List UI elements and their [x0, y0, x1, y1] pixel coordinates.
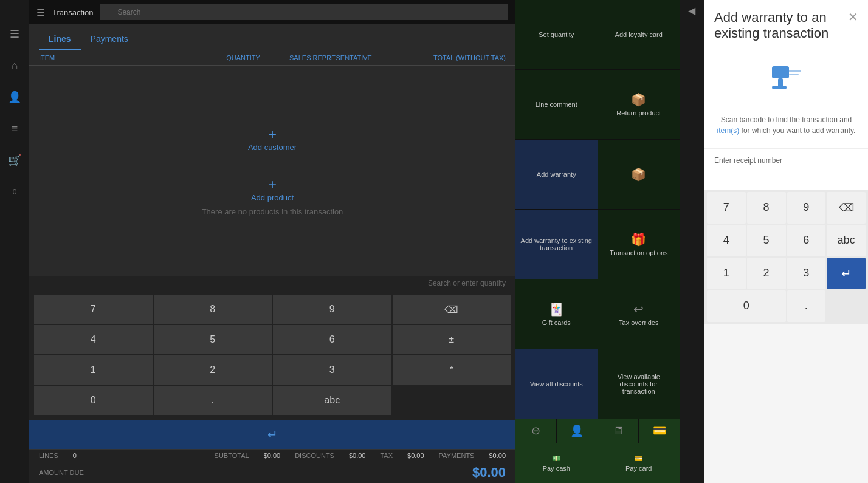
flyout-numpad-dot[interactable]: . [787, 290, 826, 322]
numpad-plusminus[interactable]: ± [393, 325, 511, 354]
flyout-numpad-2[interactable]: 2 [747, 258, 786, 289]
flyout-close-button[interactable]: ✕ [848, 10, 858, 24]
add-loyalty-card-label: Add loyalty card [615, 31, 663, 38]
sidebar-cart-icon[interactable]: 🛒 [5, 151, 24, 170]
col-total-header: TOTAL (WITHOUT TAX) [389, 54, 506, 61]
items-link[interactable]: item(s) [717, 126, 740, 135]
view-all-discounts-button[interactable]: View all discounts [515, 349, 598, 419]
flyout-numpad-enter[interactable]: ↵ [827, 258, 866, 289]
pay-cash-button[interactable]: 💵 Pay cash [515, 443, 598, 483]
line-comment-label: Line comment [536, 101, 577, 108]
add-customer-button[interactable]: + Add customer [248, 126, 297, 152]
numpad-9[interactable]: 9 [273, 295, 391, 324]
topbar-menu-icon[interactable]: ☰ [36, 7, 45, 18]
pay-card-label: Pay card [625, 465, 652, 472]
enter-button[interactable]: ↵ [29, 420, 515, 449]
numpad-abc[interactable]: abc [273, 386, 391, 415]
receipt-input[interactable] [714, 167, 858, 182]
columns-header: ITEM QUANTITY SALES REPRESENTATIVE TOTAL… [29, 50, 515, 66]
flyout-header: Add warranty to an existing transaction … [704, 0, 868, 47]
transaction-body: + Add customer + Add product There are n… [29, 66, 515, 276]
pay-card-button[interactable]: 💳 Pay card [598, 443, 680, 483]
tax-overrides-icon: ↩ [633, 302, 644, 317]
pay-card-icon: 💳 [635, 454, 643, 462]
gift-cards-button[interactable]: 🃏 Gift cards [515, 279, 598, 349]
flyout-numpad-4[interactable]: 4 [707, 225, 746, 256]
numpad-area: 7 8 9 ⌫ 4 5 6 ± 1 2 3 * 0 . abc [29, 290, 515, 420]
add-product-label: Add product [251, 193, 294, 202]
sidebar-users-icon[interactable]: 👤 [5, 87, 24, 107]
numpad-0[interactable]: 0 [34, 386, 153, 415]
col-qty-header: QUANTITY [214, 54, 272, 61]
svg-rect-2 [772, 86, 787, 89]
topbar: ☰ Transaction 🔍 [29, 0, 515, 24]
set-quantity-button[interactable]: Set quantity [515, 0, 598, 69]
lines-label: LINES [39, 452, 58, 459]
add-warranty-existing-button[interactable]: Add warranty to existing transaction [515, 210, 598, 279]
lines-value: 0 [73, 452, 77, 459]
col-item-header: ITEM [39, 54, 214, 61]
tab-lines[interactable]: Lines [39, 29, 81, 50]
gift-cards-icon: 🃏 [549, 302, 564, 317]
search-input[interactable] [100, 4, 508, 20]
add-warranty-existing-label: Add warranty to existing transaction [520, 237, 593, 252]
numpad-3[interactable]: 3 [273, 355, 391, 385]
flyout-numpad-6[interactable]: 6 [787, 225, 826, 256]
scanner-description: Scan barcode to find the transaction and… [714, 114, 858, 136]
flyout-numpad-5[interactable]: 5 [747, 225, 786, 256]
flyout-numpad-backspace[interactable]: ⌫ [827, 192, 866, 224]
line-comment-button[interactable]: Line comment [515, 70, 598, 139]
numpad-8[interactable]: 8 [154, 295, 272, 324]
flyout-numpad-abc[interactable]: abc [827, 225, 866, 256]
flyout-numpad-1[interactable]: 1 [707, 258, 746, 289]
pay-cash-label: Pay cash [543, 465, 570, 472]
customer-button[interactable]: 👤 [557, 419, 598, 443]
flyout-numpad-3[interactable]: 3 [787, 258, 826, 289]
numpad-4[interactable]: 4 [34, 325, 153, 354]
add-warranty-button[interactable]: Add warranty [515, 140, 598, 209]
sidebar-menu-icon[interactable]: ☰ [5, 24, 24, 44]
return-product-2-icon: 📦 [631, 167, 646, 182]
discount-button[interactable]: ⊖ [515, 419, 556, 443]
amount-due-value: $0.00 [472, 465, 506, 481]
flyout-numpad-9[interactable]: 9 [787, 192, 826, 224]
card-button[interactable]: 💳 [639, 419, 680, 443]
flyout-numpad-0[interactable]: 0 [707, 290, 786, 322]
numpad-backspace[interactable]: ⌫ [393, 295, 511, 324]
screen-button[interactable]: 🖥 [598, 419, 639, 443]
payments-value: $0.00 [489, 452, 506, 459]
tax-label: TAX [380, 452, 393, 459]
view-available-discounts-button[interactable]: View available discounts for transaction [598, 349, 680, 419]
sidebar-home-icon[interactable]: ⌂ [5, 56, 24, 75]
discounts-label: DISCOUNTS [295, 452, 334, 459]
scanner-icon [767, 59, 806, 107]
numpad-2[interactable]: 2 [154, 355, 272, 385]
numpad-6[interactable]: 6 [273, 325, 391, 354]
flyout-numpad: 7 8 9 ⌫ 4 5 6 abc 1 2 3 ↵ 0 . [704, 190, 868, 324]
tax-overrides-button[interactable]: ↩ Tax overrides [598, 279, 680, 349]
flyout-numpad-8[interactable]: 8 [747, 192, 786, 224]
collapse-icon[interactable]: ◀ [688, 5, 695, 16]
return-product-button[interactable]: 📦 Return product [598, 70, 680, 139]
sidebar-list-icon[interactable]: ≡ [5, 119, 24, 139]
tab-payments[interactable]: Payments [81, 29, 138, 50]
view-available-discounts-label: View available discounts for transaction [603, 373, 675, 395]
add-product-plus-icon: + [268, 176, 277, 193]
amount-due-bar: AMOUNT DUE $0.00 [29, 462, 515, 483]
numpad-1[interactable]: 1 [34, 355, 153, 385]
flyout-numpad-7[interactable]: 7 [707, 192, 746, 224]
subtotal-label: SUBTOTAL [215, 452, 249, 459]
numpad-7[interactable]: 7 [34, 295, 153, 324]
pay-action-row: 💵 Pay cash 💳 Pay card [515, 443, 680, 483]
return-product-2-button[interactable]: 📦 [598, 140, 680, 209]
numpad-dot[interactable]: . [154, 386, 272, 415]
subtotal-value: $0.00 [264, 452, 281, 459]
tabs: Lines Payments [29, 24, 515, 50]
numpad-5[interactable]: 5 [154, 325, 272, 354]
add-loyalty-card-button[interactable]: Add loyalty card [598, 0, 680, 69]
add-customer-label: Add customer [248, 143, 297, 152]
add-product-button[interactable]: + Add product [251, 176, 294, 202]
transaction-options-button[interactable]: 🎁 Transaction options [598, 210, 680, 279]
numpad-asterisk[interactable]: * [393, 355, 511, 385]
col-rep-header: SALES REPRESENTATIVE [272, 54, 389, 61]
